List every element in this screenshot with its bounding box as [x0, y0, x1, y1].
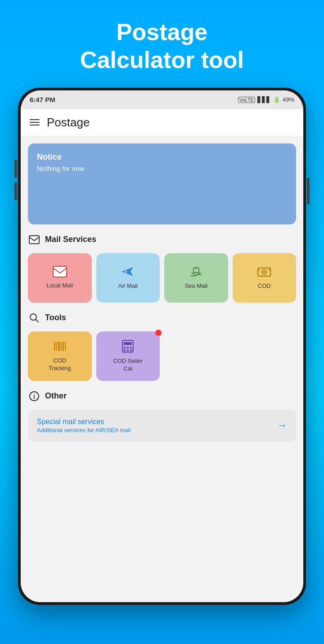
svg-rect-14 — [61, 342, 62, 351]
svg-rect-2 — [194, 268, 199, 273]
cod-seller-cal-label: COD SellerCal — [113, 358, 143, 373]
sea-mail-icon — [189, 265, 203, 278]
svg-rect-18 — [124, 342, 132, 345]
tools-header: Tools — [28, 312, 296, 324]
mail-services-header: Mail Services — [28, 233, 296, 246]
power-button — [307, 178, 310, 205]
svg-point-27 — [34, 394, 35, 395]
volume-down-button — [14, 182, 17, 200]
svg-rect-11 — [54, 342, 55, 351]
svg-rect-21 — [130, 347, 132, 349]
air-mail-card[interactable]: Air Mail — [96, 253, 160, 303]
tools-search-icon — [28, 312, 40, 324]
sea-mail-label: Sea Mail — [184, 282, 207, 290]
special-mail-subtitle: Additional services for AIR/SEA mail — [37, 427, 130, 434]
svg-rect-12 — [56, 342, 57, 351]
svg-rect-22 — [124, 349, 126, 351]
other-header: Other — [28, 390, 296, 402]
cod-card[interactable]: COD — [233, 253, 297, 303]
cod-seller-cal-icon — [122, 340, 134, 353]
cod-seller-cal-card[interactable]: COD SellerCal — [96, 331, 160, 381]
cod-icon — [257, 265, 271, 278]
menu-button[interactable] — [30, 119, 40, 125]
mail-services-title: Mail Services — [45, 235, 96, 244]
app-header: Postage — [21, 109, 303, 136]
svg-rect-20 — [127, 347, 129, 349]
svg-rect-13 — [58, 342, 60, 351]
air-mail-icon — [121, 265, 135, 278]
mail-icon — [28, 233, 40, 246]
cod-label: COD — [258, 282, 271, 290]
local-mail-icon — [53, 266, 67, 277]
cod-tracking-card[interactable]: CODTracking — [28, 331, 92, 381]
svg-rect-19 — [124, 347, 126, 349]
tools-section-title: Tools — [45, 313, 66, 322]
sea-mail-card[interactable]: Sea Mail — [164, 253, 228, 303]
cod-tracking-icon — [53, 340, 67, 353]
svg-rect-1 — [53, 266, 67, 277]
service-grid: Local Mail Air Mail — [28, 253, 296, 303]
svg-point-6 — [263, 271, 265, 273]
notice-card: Notice Nothing for now — [28, 143, 296, 224]
svg-rect-24 — [130, 349, 132, 351]
app-title-text: PostageCalculator tool — [80, 18, 244, 74]
volume-up-button — [14, 160, 17, 178]
status-time: 6:47 PM — [30, 96, 55, 103]
tools-grid: CODTracking — [28, 331, 296, 381]
local-mail-label: Local Mail — [46, 282, 73, 290]
notice-title: Notice — [37, 152, 287, 162]
arrow-right-icon: → — [277, 420, 287, 431]
air-mail-label: Air Mail — [118, 282, 138, 290]
battery-percent: 49% — [283, 96, 294, 103]
scroll-content: Notice Nothing for now Mail Services — [21, 136, 303, 602]
status-bar: 6:47 PM VoLTE ▋▋▋ 🔋 49% — [21, 90, 303, 109]
network-icon: VoLTE — [238, 97, 255, 103]
status-icons: VoLTE ▋▋▋ 🔋 49% — [238, 96, 294, 103]
svg-rect-0 — [29, 236, 39, 244]
cod-tracking-label: CODTracking — [49, 357, 71, 372]
notice-text: Nothing for now — [37, 165, 287, 172]
special-mail-services-card[interactable]: Special mail services Additional service… — [28, 410, 296, 442]
hamburger-line-3 — [30, 125, 40, 125]
svg-rect-16 — [65, 342, 66, 351]
other-card-text: Special mail services Additional service… — [37, 418, 130, 434]
svg-line-10 — [36, 319, 39, 322]
other-section-title: Other — [45, 391, 67, 401]
hamburger-line-2 — [30, 122, 40, 123]
info-icon — [28, 390, 40, 402]
page-title: Postage — [47, 116, 90, 130]
special-mail-title: Special mail services — [37, 418, 130, 426]
battery-icon: 🔋 — [273, 96, 280, 103]
phone-wrapper: 6:47 PM VoLTE ▋▋▋ 🔋 49% Postage Notice N… — [18, 88, 306, 605]
notification-dot — [155, 330, 162, 336]
svg-rect-15 — [63, 342, 64, 351]
svg-rect-23 — [127, 349, 129, 351]
local-mail-card[interactable]: Local Mail — [28, 253, 92, 303]
hamburger-line-1 — [30, 119, 40, 120]
signal-bars-icon: ▋▋▋ — [257, 96, 271, 103]
phone-screen: 6:47 PM VoLTE ▋▋▋ 🔋 49% Postage Notice N… — [21, 90, 303, 602]
